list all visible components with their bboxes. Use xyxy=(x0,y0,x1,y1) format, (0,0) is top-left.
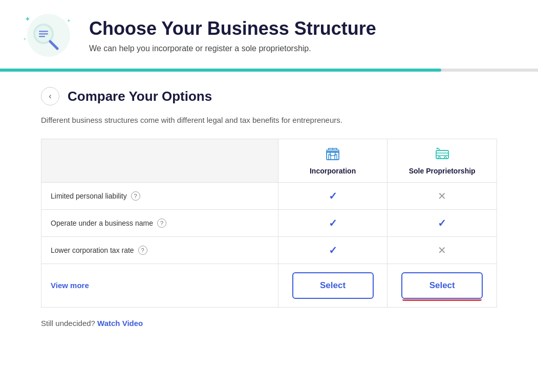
cross-icon: ✕ xyxy=(438,190,446,202)
still-undecided-section: Still undecided? Watch Video xyxy=(41,319,497,328)
svg-text:✦: ✦ xyxy=(67,18,71,24)
section-header: ‹ Compare Your Options xyxy=(41,87,497,105)
view-more-link[interactable]: View more xyxy=(51,281,89,290)
feature-label-liability: Limited personal liability ? xyxy=(41,183,278,210)
col-incorporation-header: Incorporation xyxy=(278,139,388,183)
incorporation-liability-value: ✓ xyxy=(278,183,388,210)
help-icon-business-name[interactable]: ? xyxy=(157,219,166,228)
feature-row-business-name: Operate under a business name ? ✓ ✓ xyxy=(41,210,497,237)
svg-rect-3 xyxy=(39,31,48,32)
sole-icon xyxy=(434,146,450,164)
col-empty-header xyxy=(41,139,278,183)
svg-rect-4 xyxy=(39,33,48,35)
action-row: View more Select Select xyxy=(41,264,497,308)
svg-rect-12 xyxy=(329,155,331,160)
svg-point-21 xyxy=(444,157,446,159)
incorporation-business-name-value: ✓ xyxy=(278,210,388,237)
select-sole-button[interactable]: Select xyxy=(401,272,483,299)
check-icon: ✓ xyxy=(438,217,446,229)
header-illustration: ✦ ✦ ✦ xyxy=(20,12,77,58)
page-title: Choose Your Business Structure xyxy=(89,17,376,39)
progress-bar-fill xyxy=(0,69,441,72)
select-incorporation-cell: Select xyxy=(278,264,388,308)
incorporation-tax-value: ✓ xyxy=(278,237,388,264)
header-text-block: Choose Your Business Structure We can he… xyxy=(89,17,376,53)
sole-business-name-value: ✓ xyxy=(388,210,497,237)
sole-label: Sole Proprietorship xyxy=(409,167,476,175)
back-button[interactable]: ‹ xyxy=(41,87,59,105)
svg-point-20 xyxy=(438,157,440,159)
feature-row-tax-rate: Lower corporation tax rate ? ✓ ✕ xyxy=(41,237,497,264)
col-sole-header: Sole Proprietorship xyxy=(388,139,497,183)
cross-icon: ✕ xyxy=(438,245,446,256)
select-sole-cell: Select xyxy=(388,264,497,308)
check-icon: ✓ xyxy=(329,217,337,229)
feature-row-liability: Limited personal liability ? ✓ ✕ xyxy=(41,183,497,210)
progress-bar-container xyxy=(0,69,538,72)
page-subtitle: We can help you incorporate or register … xyxy=(89,44,376,53)
svg-rect-5 xyxy=(39,36,45,37)
help-icon-tax-rate[interactable]: ? xyxy=(138,246,147,255)
section-subtitle: Different business structures come with … xyxy=(41,116,497,124)
watch-video-link[interactable]: Watch Video xyxy=(97,319,143,328)
page-header: ✦ ✦ ✦ Choose Your Business Structure We … xyxy=(0,0,538,69)
select-incorporation-button[interactable]: Select xyxy=(292,272,374,299)
sole-tax-value: ✕ xyxy=(388,237,497,264)
main-content: ‹ Compare Your Options Different busines… xyxy=(0,87,538,348)
feature-label-tax-rate: Lower corporation tax rate ? xyxy=(41,237,278,264)
svg-text:✦: ✦ xyxy=(23,37,27,41)
comparison-table: Incorporation xyxy=(41,139,497,308)
svg-text:✦: ✦ xyxy=(25,15,31,23)
svg-rect-13 xyxy=(335,155,337,160)
section-title: Compare Your Options xyxy=(68,89,212,104)
incorporation-label: Incorporation xyxy=(310,167,356,175)
view-more-cell: View more xyxy=(41,264,278,308)
undecided-text: Still undecided? xyxy=(41,319,95,328)
sole-liability-value: ✕ xyxy=(388,183,497,210)
help-icon-liability[interactable]: ? xyxy=(131,191,140,201)
check-icon: ✓ xyxy=(329,190,337,202)
svg-point-22 xyxy=(436,148,438,149)
check-icon: ✓ xyxy=(329,245,337,256)
feature-label-business-name: Operate under a business name ? xyxy=(41,210,278,237)
incorporation-icon xyxy=(325,146,341,164)
